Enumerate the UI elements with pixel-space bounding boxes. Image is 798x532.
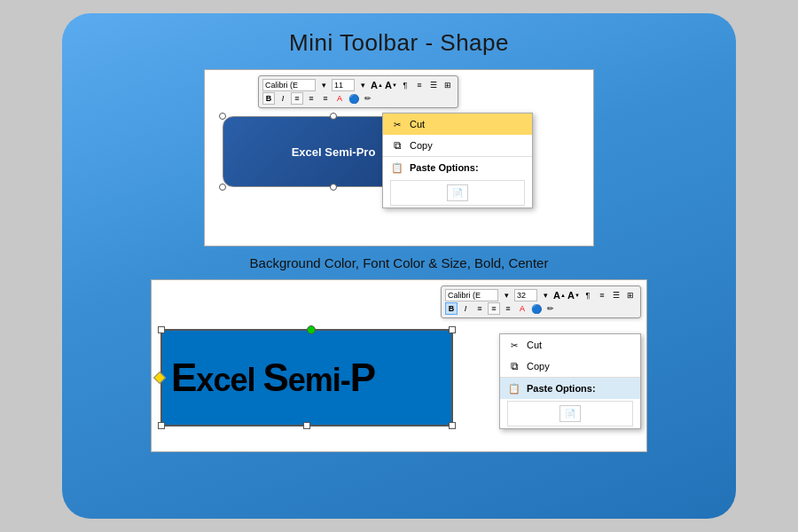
bottom-font-color-button[interactable]: A: [516, 302, 528, 315]
bottom-pen-button[interactable]: ✏: [544, 302, 557, 315]
size-dropdown-icon[interactable]: ▾: [356, 79, 369, 91]
bottom-align-right-button[interactable]: ≡: [502, 302, 514, 315]
bottom-highlight-button[interactable]: 🔵: [530, 302, 543, 315]
bottom-copy-item[interactable]: ⧉ Copy: [500, 356, 640, 377]
toolbar-row-2: B I ≡ ≡ ≡ A 🔵 ✏: [262, 92, 454, 105]
copy-label: Copy: [410, 140, 433, 151]
bottom-paste-icon: 📋: [507, 381, 521, 395]
bottom-align-icon[interactable]: ☰: [610, 289, 622, 301]
bottom-mini-toolbar: Calibri (E ▾ 32 ▾ A▲ A▼ ¶ ≡ ☰ ⊞ B I ≡ ≡ …: [441, 286, 641, 318]
bottom-align-center-button[interactable]: ≡: [488, 302, 500, 315]
bottom-context-menu: Cut ⧉ Copy 📋 Paste Options: 📄: [499, 333, 641, 429]
bottom-font-selector[interactable]: Calibri (E: [445, 289, 498, 301]
handle-sq-tl: [158, 326, 165, 333]
align-right-button[interactable]: ≡: [319, 92, 332, 105]
bottom-paste-options-area: 📄: [507, 401, 633, 426]
cut-item[interactable]: Cut: [383, 113, 532, 135]
copy-icon: ⧉: [390, 138, 404, 153]
bottom-cut-label: Cut: [527, 340, 542, 350]
grow-font-icon[interactable]: A▲: [371, 79, 383, 91]
handle-circle: [307, 325, 316, 334]
handle-tm: [330, 113, 337, 120]
bottom-cut-item[interactable]: Cut: [500, 334, 640, 356]
paste-label: Paste Options:: [410, 162, 479, 173]
handle-sq-bm: [303, 422, 310, 429]
handle-bl: [219, 184, 226, 191]
grid-icon[interactable]: ⊞: [442, 79, 454, 91]
shrink-font-icon[interactable]: A▼: [385, 79, 397, 91]
paste-icon: 📋: [390, 160, 404, 175]
handle-sq-br: [449, 422, 456, 429]
main-card: Mini Toolbar - Shape Calibri (E ▾ 11 ▾ A…: [62, 13, 736, 519]
bottom-shrink-font-icon[interactable]: A▼: [567, 289, 580, 301]
large-P: P: [350, 356, 375, 399]
bottom-size-dropdown-icon[interactable]: ▾: [539, 289, 552, 301]
bottom-toolbar-row-2: B I ≡ ≡ ≡ A 🔵 ✏: [445, 302, 637, 315]
bottom-paste-label: Paste Options:: [527, 383, 596, 394]
handle-tl: [219, 113, 226, 120]
handle-sq-bl: [158, 422, 165, 429]
scissors-icon: [390, 117, 404, 131]
copy-item[interactable]: ⧉ Copy: [383, 135, 532, 156]
bottom-grid-icon[interactable]: ⊞: [624, 289, 637, 301]
handle-sq-tr: [449, 326, 456, 333]
paragraph-icon[interactable]: ¶: [399, 79, 411, 91]
handle-bm: [330, 184, 337, 191]
italic-button[interactable]: I: [277, 92, 289, 105]
bottom-bold-button[interactable]: B: [445, 302, 458, 315]
bottom-size-selector[interactable]: 32: [514, 289, 537, 301]
align-center-button[interactable]: ≡: [305, 92, 317, 105]
font-dropdown-icon[interactable]: ▾: [317, 79, 330, 91]
bottom-paste-option-icon[interactable]: 📄: [559, 405, 581, 422]
highlight-button[interactable]: 🔵: [348, 92, 360, 105]
bottom-font-dropdown-icon[interactable]: ▾: [500, 289, 512, 301]
paste-option-icon[interactable]: 📄: [447, 184, 468, 201]
bottom-shape[interactable]: Excel Semi-P: [160, 329, 453, 426]
bottom-shape-text: Excel Semi-P: [171, 356, 375, 400]
indent-icon[interactable]: ≡: [413, 79, 426, 91]
bottom-screenshot: Calibri (E ▾ 32 ▾ A▲ A▼ ¶ ≡ ☰ ⊞ B I ≡ ≡ …: [151, 279, 647, 452]
bottom-grow-font-icon[interactable]: A▲: [553, 289, 566, 301]
align-icon[interactable]: ☰: [427, 79, 440, 91]
bottom-paste-item[interactable]: 📋 Paste Options:: [500, 378, 640, 399]
bold-button[interactable]: B: [262, 92, 275, 105]
font-selector[interactable]: Calibri (E: [262, 79, 316, 91]
size-selector[interactable]: 11: [332, 79, 355, 91]
caption: Background Color, Font Color & Size, Bol…: [250, 255, 549, 270]
pen-button[interactable]: ✏: [362, 92, 374, 105]
bottom-toolbar-row-1: Calibri (E ▾ 32 ▾ A▲ A▼ ¶ ≡ ☰ ⊞: [445, 289, 637, 301]
handle-diamond: [153, 372, 166, 384]
bottom-copy-icon: ⧉: [507, 359, 521, 373]
font-color-button[interactable]: A: [333, 92, 346, 105]
cut-label: Cut: [410, 119, 425, 129]
large-S: S: [262, 356, 287, 399]
bottom-copy-label: Copy: [527, 361, 550, 372]
bottom-paragraph-icon[interactable]: ¶: [582, 289, 594, 301]
top-shape-text: Excel Semi-Pro: [292, 145, 376, 159]
paste-item[interactable]: 📋 Paste Options:: [383, 157, 532, 178]
top-mini-toolbar: Calibri (E ▾ 11 ▾ A▲ A▼ ¶ ≡ ☰ ⊞ B I ≡ ≡ …: [258, 75, 458, 108]
bottom-indent-icon[interactable]: ≡: [596, 289, 608, 301]
top-context-menu: Cut ⧉ Copy 📋 Paste Options: 📄: [382, 113, 533, 208]
bottom-italic-button[interactable]: I: [459, 302, 472, 315]
align-left-button[interactable]: ≡: [291, 92, 303, 105]
top-screenshot: Calibri (E ▾ 11 ▾ A▲ A▼ ¶ ≡ ☰ ⊞ B I ≡ ≡ …: [204, 69, 594, 246]
paste-options-area: 📄: [390, 180, 525, 206]
bottom-align-left-button[interactable]: ≡: [473, 302, 486, 315]
large-E: E: [171, 356, 196, 399]
toolbar-row-1: Calibri (E ▾ 11 ▾ A▲ A▼ ¶ ≡ ☰ ⊞: [262, 79, 454, 91]
bottom-scissors-icon: [507, 338, 521, 352]
main-title: Mini Toolbar - Shape: [289, 29, 509, 57]
